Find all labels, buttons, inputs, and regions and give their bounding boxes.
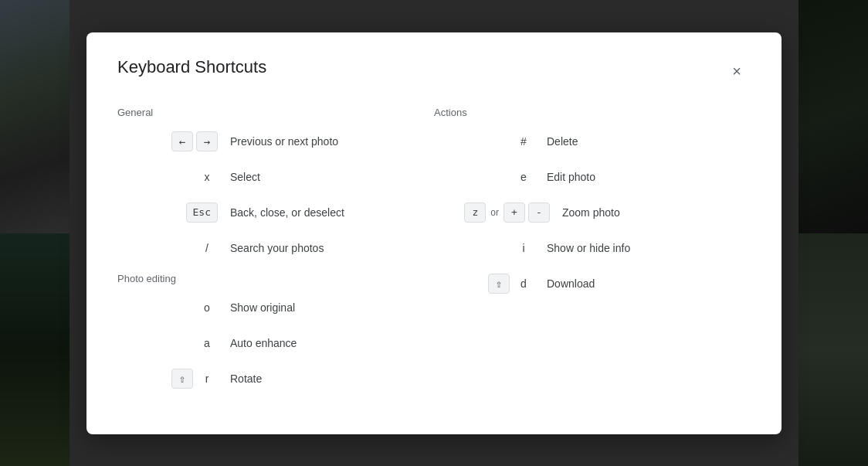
- key-right-arrow: →: [196, 131, 218, 151]
- shortcut-label-esc: Back, close, or deselect: [230, 206, 344, 219]
- key-r: r: [196, 372, 218, 385]
- shortcut-label-rotate: Rotate: [230, 372, 262, 385]
- shortcut-row-original: o Show original: [117, 297, 434, 318]
- shortcut-row-edit: e Edit photo: [434, 166, 751, 188]
- key-i: i: [513, 242, 534, 254]
- shortcut-label-search: Search your photos: [230, 242, 324, 254]
- modal-title: Keyboard Shortcuts: [117, 57, 266, 77]
- key-o: o: [196, 301, 218, 314]
- key-left-arrow: ←: [171, 131, 193, 151]
- shortcut-row-enhance: a Auto enhance: [117, 332, 434, 354]
- shortcut-row-select: x Select: [117, 166, 434, 188]
- shortcut-row-nav: ← → Previous or next photo: [117, 131, 434, 152]
- key-shift-rotate: ⇧: [171, 369, 193, 389]
- keys-area-enhance: a: [117, 337, 218, 349]
- shortcut-row-zoom: z or + - Zoom photo: [434, 202, 751, 223]
- close-button[interactable]: ×: [723, 57, 751, 85]
- zoom-or-separator: or: [489, 207, 500, 218]
- close-icon: ×: [732, 63, 741, 79]
- key-minus: -: [528, 202, 550, 223]
- keys-area-search: /: [117, 242, 218, 254]
- shortcut-row-delete: # Delete: [434, 131, 751, 152]
- key-shift-download: ⇧: [488, 274, 510, 294]
- key-a: a: [196, 337, 218, 349]
- shortcut-label-edit: Edit photo: [547, 171, 595, 183]
- keys-area-edit: e: [434, 171, 534, 183]
- key-x: x: [196, 171, 218, 183]
- shortcut-label-original: Show original: [230, 301, 295, 314]
- key-esc: Esc: [186, 202, 218, 223]
- shortcut-row-rotate: ⇧ r Rotate: [117, 368, 434, 389]
- keyboard-shortcuts-modal: Keyboard Shortcuts × General ← → Previou…: [86, 32, 782, 434]
- shortcut-row-search: / Search your photos: [117, 237, 434, 259]
- keys-area-esc: Esc: [117, 202, 218, 223]
- shortcut-label-zoom: Zoom photo: [562, 206, 620, 219]
- shortcut-row-download: ⇧ d Download: [434, 273, 751, 294]
- left-column: General ← → Previous or next photo x Sel…: [117, 107, 434, 403]
- keys-area-delete: #: [434, 135, 534, 148]
- keys-area-original: o: [117, 301, 218, 314]
- key-z: z: [464, 202, 486, 223]
- keys-area-select: x: [117, 171, 218, 183]
- actions-section-title: Actions: [434, 107, 751, 118]
- right-column: Actions # Delete e Edit photo z or: [434, 107, 751, 403]
- key-e: e: [513, 171, 534, 183]
- key-d: d: [513, 277, 534, 290]
- key-plus: +: [504, 202, 525, 223]
- shortcuts-grid: General ← → Previous or next photo x Sel…: [117, 107, 751, 403]
- keys-area-download: ⇧ d: [434, 274, 534, 294]
- shortcut-label-select: Select: [230, 171, 260, 183]
- keys-area-rotate: ⇧ r: [117, 369, 218, 389]
- photo-editing-section-title: Photo editing: [117, 273, 434, 284]
- shortcut-row-esc: Esc Back, close, or deselect: [117, 202, 434, 223]
- shortcut-row-info: i Show or hide info: [434, 237, 751, 259]
- shortcut-label-enhance: Auto enhance: [230, 337, 297, 349]
- general-section-title: General: [117, 107, 434, 118]
- shortcut-label-info: Show or hide info: [547, 242, 630, 254]
- shortcut-label-delete: Delete: [547, 135, 578, 148]
- keys-area-nav: ← →: [117, 131, 218, 151]
- key-slash: /: [196, 242, 218, 254]
- modal-header: Keyboard Shortcuts ×: [117, 57, 751, 85]
- key-hash: #: [513, 135, 534, 148]
- keys-area-zoom: z or + -: [434, 202, 550, 223]
- shortcut-label-download: Download: [547, 277, 595, 290]
- keys-area-info: i: [434, 242, 534, 254]
- shortcut-label-nav: Previous or next photo: [230, 135, 338, 148]
